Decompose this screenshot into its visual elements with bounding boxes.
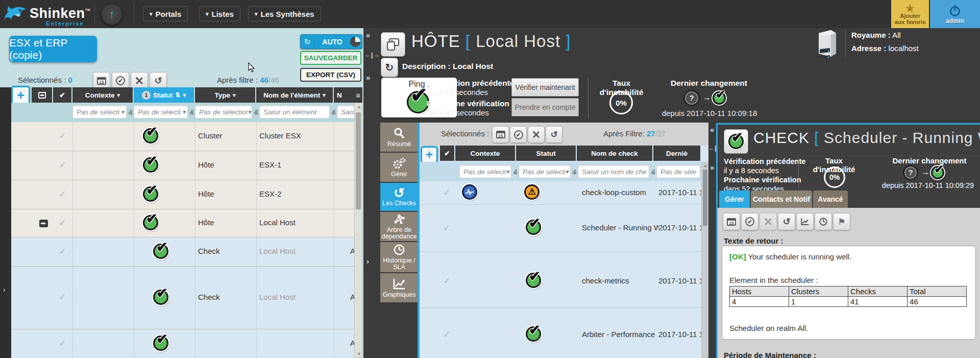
check-type-button[interactable] xyxy=(724,129,748,154)
column-statut[interactable]: 1 Statut ⇅ ▾ xyxy=(134,87,194,103)
admin-user-button[interactable]: admin xyxy=(930,0,980,28)
scroll-up-icon[interactable]: ▲ xyxy=(703,163,707,168)
undo-button[interactable]: ↺ xyxy=(546,126,562,143)
add-element-button[interactable]: + xyxy=(11,86,30,105)
auto-timer-dial xyxy=(350,37,360,47)
menu-listes[interactable]: ▾Listes xyxy=(199,6,240,21)
expand-right-icon[interactable]: › xyxy=(3,285,6,294)
sidebar-item-resume[interactable]: Résumé xyxy=(380,123,418,152)
checks-scrollbar[interactable]: ▲ xyxy=(701,162,708,358)
add-check-button[interactable]: + xyxy=(421,146,438,163)
collapse-right-panel-icon[interactable]: « xyxy=(710,125,714,134)
resize-panel-icon[interactable]: ←|→ xyxy=(364,51,380,59)
tools-button[interactable] xyxy=(528,126,545,143)
selected-check-icon: ✓ xyxy=(59,246,66,257)
check-now-button[interactable]: Vérifier maintenant xyxy=(511,78,579,97)
column-nom-element[interactable]: Nom de l'élément▾ xyxy=(256,87,333,103)
column-contexte[interactable]: Contexte xyxy=(455,146,515,161)
filter-statut[interactable]: Pas de sélecti▾ xyxy=(519,165,571,178)
pin-button[interactable]: ⚑ xyxy=(833,213,850,230)
history-button[interactable] xyxy=(815,213,832,230)
calendar-icon xyxy=(727,218,736,226)
expand-right-icon[interactable]: › xyxy=(366,257,369,266)
column-collapse[interactable] xyxy=(32,87,52,103)
host-type-button[interactable] xyxy=(381,32,405,57)
export-csv-button[interactable]: EXPORT (CSV) xyxy=(300,68,361,82)
filter-statut[interactable]: Pas de sélecti▾ xyxy=(134,105,188,118)
refresh-description-button[interactable]: ↻ xyxy=(381,58,398,77)
collapse-row-icon[interactable] xyxy=(39,220,48,227)
column-statut[interactable]: Statut xyxy=(516,146,576,161)
table-row[interactable]: ✓ Hôte ESX-2 xyxy=(11,180,354,209)
list-title-button[interactable]: ESX et ERP (copie) xyxy=(9,36,97,62)
chevron-down-icon: ▾ xyxy=(233,92,236,99)
scroll-up-icon[interactable]: ▲ xyxy=(357,104,361,109)
menu-les-syntheses[interactable]: ▾Les Synthèses xyxy=(248,6,321,21)
divider xyxy=(134,3,134,25)
gears-icon xyxy=(393,157,406,170)
acknowledge-button[interactable]: Prendre en compte xyxy=(511,98,579,116)
expand-panel-icon[interactable]: » xyxy=(366,73,370,82)
column-nom-check[interactable]: Nom de check xyxy=(577,146,652,161)
tools-button[interactable] xyxy=(760,213,777,230)
graph-button[interactable] xyxy=(796,213,814,230)
filter-type[interactable]: Pas de sélectior▾ xyxy=(195,105,252,118)
expand-panel-icon[interactable]: » xyxy=(710,163,714,172)
filter-derniere[interactable]: Pas de séle xyxy=(656,165,700,178)
scroll-top-button[interactable]: ↑ xyxy=(101,4,122,25)
filter-contexte[interactable]: Pas de sélecti▾ xyxy=(459,165,511,178)
sidebar-item-graphiques[interactable]: Graphiques xyxy=(380,273,418,302)
acknowledge-button[interactable] xyxy=(741,213,758,230)
collapse-left-icon[interactable]: « xyxy=(366,31,370,39)
planning-button[interactable] xyxy=(723,213,740,230)
tab-contacts-et-notif[interactable]: Contacts et Notif xyxy=(751,190,812,208)
check-row[interactable]: ✓ ⚠ check-loop-custom 2017-10-11 1 xyxy=(420,181,706,204)
tab-gerer[interactable]: Gérer xyxy=(719,190,750,208)
auto-refresh-toggle[interactable]: ↻ AUTO xyxy=(300,34,362,49)
table-row[interactable]: ✓ Hôte ESX-1 xyxy=(11,151,354,180)
undo-button[interactable]: ↺ xyxy=(150,72,167,89)
column-type[interactable]: Type▾ xyxy=(195,87,255,103)
filter-nom-input[interactable]: Saisir un élément xyxy=(259,105,330,118)
undo-button[interactable]: ↺ xyxy=(778,213,795,230)
check-row[interactable]: ✓ check-metrics 2017-10-11 1 xyxy=(420,251,706,307)
status-ok-icon xyxy=(153,290,168,305)
save-button[interactable]: SAUVEGARDER xyxy=(300,51,361,65)
column-contexte[interactable]: Contexte▾ xyxy=(72,87,133,103)
column-select-all[interactable]: ✔ xyxy=(53,87,71,103)
check-row[interactable]: ✓ Scheduler - Running Well 2017-10-11 1 xyxy=(420,204,706,251)
sidebar-item-arbre-de-dependance[interactable]: Arbre de dépendance xyxy=(380,212,418,241)
undo-icon: ↺ xyxy=(154,75,162,86)
table-row[interactable]: ✓ Cluster Cluster ESX xyxy=(11,122,354,151)
status-ok-icon xyxy=(143,128,158,144)
column-derniere[interactable]: Derniè xyxy=(653,146,700,161)
left-table-scrollbar[interactable]: ▲ ▼ xyxy=(354,103,362,358)
add-favorites-button[interactable]: ★ Ajouteraux favoris xyxy=(891,0,929,28)
planning-button[interactable] xyxy=(492,126,509,143)
menu-portals[interactable]: ▾Portals xyxy=(143,6,188,21)
check-row[interactable]: ✓ Arbiter - Performance 2017-10-11 1 xyxy=(420,307,706,358)
table-row[interactable]: ✓ Check Local Host A xyxy=(11,267,354,329)
acknowledge-button[interactable] xyxy=(112,72,129,89)
table-row[interactable]: ✓ Hôte Local Host xyxy=(11,209,354,237)
table-row[interactable]: ✓ A xyxy=(11,329,354,358)
tools-icon xyxy=(532,131,540,138)
tab-avance[interactable]: Avancé xyxy=(813,190,848,208)
column-select-all[interactable]: ✔ xyxy=(440,146,454,161)
chart-icon xyxy=(393,278,406,290)
acknowledge-button[interactable] xyxy=(510,126,527,143)
sidebar-item-gerer[interactable]: Gérer xyxy=(380,153,418,182)
filter-nom-input[interactable]: Saisir un nom de che xyxy=(578,165,649,178)
tools-button[interactable] xyxy=(131,72,148,89)
column-partial[interactable]: N≡ xyxy=(334,87,362,103)
scroll-down-icon[interactable]: ▼ xyxy=(357,351,361,356)
sidebar-item-les-checks[interactable]: ↺ Les Checks xyxy=(380,183,418,211)
sidebar-item-historique-sla[interactable]: Historique / SLA xyxy=(380,242,418,272)
planning-button[interactable] xyxy=(93,72,110,89)
selected-check-icon: ✓ xyxy=(59,291,66,302)
table-row[interactable]: ✓ Check Local Host A xyxy=(11,237,354,267)
scrollbar-thumb[interactable] xyxy=(703,170,707,226)
scrollbar-thumb[interactable] xyxy=(356,112,361,209)
column-menu-icon[interactable]: ≡ xyxy=(356,91,362,100)
filter-contexte[interactable]: Pas de sélecti▾ xyxy=(72,105,127,118)
